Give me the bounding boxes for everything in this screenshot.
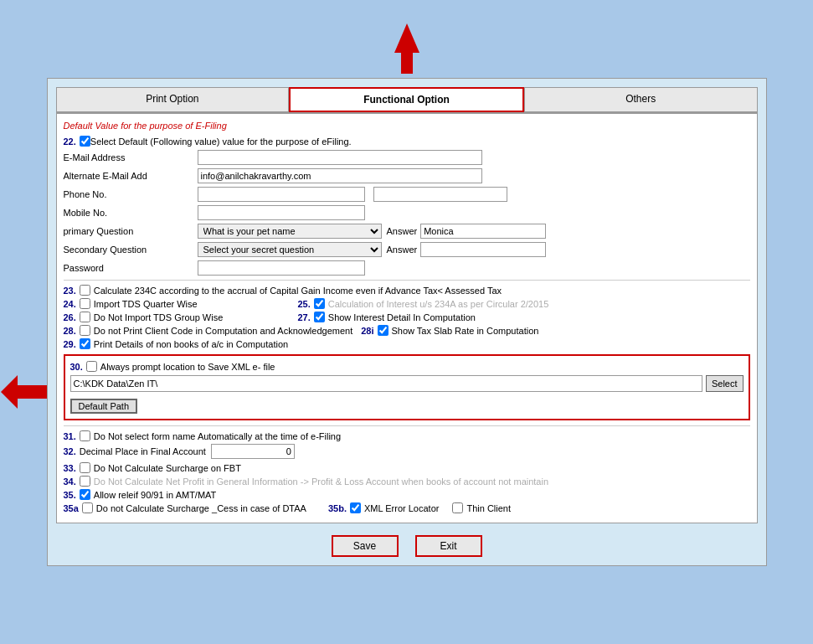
select-button[interactable]: Select	[706, 375, 744, 392]
secondary-question-select[interactable]: Select your secret question What is your…	[198, 242, 382, 257]
tab-others[interactable]: Others	[524, 87, 758, 112]
row-mobile: Mobile No.	[64, 205, 750, 220]
checkbox-29[interactable]	[80, 338, 90, 349]
svg-marker-1	[1, 375, 47, 409]
checkbox-28[interactable]	[80, 325, 90, 336]
row-email: E-Mail Address	[64, 150, 750, 165]
down-arrow-icon	[386, 23, 428, 74]
item-23: 23. Calculate 234C according to the accr…	[64, 285, 750, 296]
row-primary-question: primary Question What is your pet name W…	[64, 224, 750, 239]
item-31: 31. Do Not select form name Automaticall…	[64, 430, 750, 441]
left-arrow-icon	[1, 375, 47, 409]
checkbox-23[interactable]	[80, 285, 90, 296]
item-30-header: 30. Always prompt location to Save XML e…	[70, 361, 744, 372]
alt-email-input[interactable]	[198, 168, 482, 183]
svg-marker-0	[394, 23, 419, 74]
item-25: 25. Calculation of Interest u/s 234A as …	[298, 298, 549, 309]
item-29: 29. Print Details of non books of a/c in…	[64, 338, 750, 349]
checkbox-30[interactable]	[86, 361, 97, 372]
row-alt-email: Alternate E-Mail Add	[64, 168, 750, 183]
primary-answer-input[interactable]	[420, 224, 546, 239]
email-input[interactable]	[198, 150, 482, 165]
item-26: 26. Do Not Import TDS Group Wise	[64, 312, 298, 322]
content-area: Default Value for the purpose of E-Filin…	[56, 113, 758, 523]
decimal-place-input[interactable]	[211, 444, 295, 459]
checkbox-22[interactable]	[80, 136, 90, 147]
item-22: 22. Select Default (Following value) val…	[64, 136, 750, 147]
checkbox-27[interactable]	[314, 312, 325, 322]
tab-functional-option[interactable]: Functional Option	[289, 87, 524, 112]
checkbox-35[interactable]	[80, 489, 90, 500]
checkbox-25[interactable]	[314, 298, 325, 309]
checkbox-35a[interactable]	[82, 502, 93, 513]
item-24: 24. Import TDS Quarter Wise	[64, 298, 298, 309]
path-input[interactable]	[70, 375, 702, 392]
primary-question-select[interactable]: What is your pet name What is your mothe…	[198, 224, 382, 239]
exit-button[interactable]: Exit	[415, 535, 482, 557]
save-button[interactable]: Save	[332, 535, 399, 557]
checkbox-33[interactable]	[80, 462, 90, 473]
item-35: 35. Allow releif 90/91 in AMT/MAT	[64, 489, 750, 500]
item-27: 27. Show Interest Detail In Computation	[298, 312, 476, 322]
item-32: 32. Decimal Place in Final Account	[64, 444, 750, 459]
item-35a-row: 35a Do not Calculate Surcharge _Cess in …	[64, 502, 750, 513]
item-34: 34. Do Not Calculate Net Profit in Gener…	[64, 476, 750, 487]
bottom-buttons: Save Exit	[56, 535, 758, 557]
checkbox-34[interactable]	[80, 476, 90, 487]
row-phone: Phone No.	[64, 187, 750, 202]
secondary-answer-input[interactable]	[420, 242, 546, 257]
checkbox-thin-client[interactable]	[452, 502, 463, 513]
mobile-input[interactable]	[198, 205, 365, 220]
password-input[interactable]	[198, 260, 365, 276]
checkbox-26[interactable]	[80, 312, 90, 322]
row-secondary-question: Secondary Question Select your secret qu…	[64, 242, 750, 257]
checkbox-24[interactable]	[80, 298, 90, 309]
divider-1	[64, 280, 750, 281]
checkbox-35b[interactable]	[350, 502, 361, 513]
tab-bar: Print Option Functional Option Others	[56, 87, 758, 113]
divider-2	[64, 425, 750, 426]
section-30: 30. Always prompt location to Save XML e…	[64, 354, 750, 420]
phone-input-2[interactable]	[373, 187, 507, 202]
phone-input[interactable]	[198, 187, 365, 202]
section-label: Default Value for the purpose of E-Filin…	[64, 121, 750, 131]
item-28: 28. Do not Print Client Code in Computat…	[64, 325, 750, 336]
tab-print-option[interactable]: Print Option	[56, 87, 290, 112]
item-33: 33. Do Not Calculate Surcharge on FBT	[64, 462, 750, 473]
row-password: Password	[64, 260, 750, 276]
checkbox-28i[interactable]	[378, 325, 388, 336]
path-row: Select	[70, 375, 744, 392]
checkbox-31[interactable]	[80, 430, 90, 441]
main-container: Print Option Functional Option Others De…	[47, 78, 767, 566]
default-path-button[interactable]: Default Path	[70, 399, 138, 414]
